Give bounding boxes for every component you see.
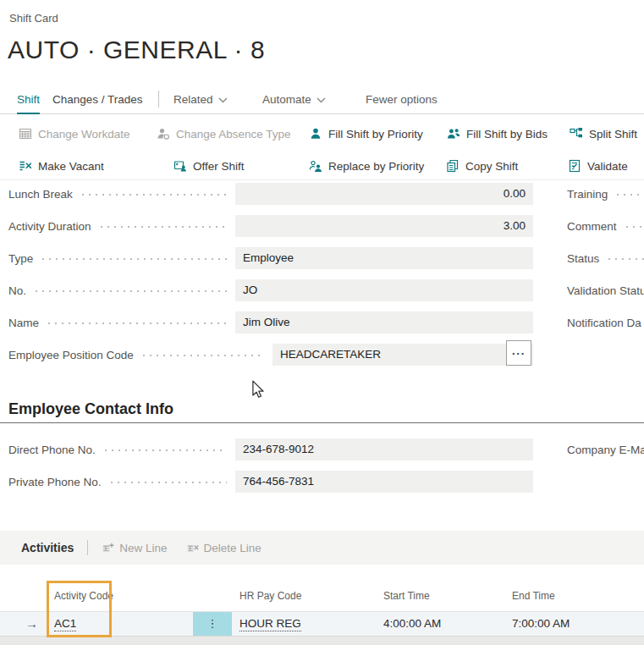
dotted-leader [80, 192, 227, 196]
people-icon [447, 127, 460, 141]
direct-phone-label: Direct Phone No. [8, 444, 96, 456]
field-row-direct-phone: Direct Phone No. 234-678-9012 [8, 438, 533, 460]
lunch-break-field[interactable]: 0.00 [235, 183, 533, 205]
split-shift-label: Split Shift [589, 128, 637, 141]
end-time-cell[interactable]: 7:00:00 AM [512, 612, 570, 636]
field-row-notification-date: Notification Da [567, 311, 644, 334]
delete-line-button[interactable]: Delete Line [186, 542, 261, 554]
tab-automate[interactable]: Automate [262, 91, 326, 113]
change-workdate-button[interactable]: Change Workdate [19, 124, 130, 144]
dotted-leader [33, 289, 227, 292]
field-row-activity-duration: Activity Duration 3.00 [8, 215, 533, 237]
column-header-activity-code[interactable]: Activity Code [54, 590, 113, 607]
field-row-name: Name Jim Olive [8, 311, 533, 334]
table-row[interactable]: → AC1 ⋮ HOUR REG 4:00:00 AM 7:00:00 AM [0, 611, 644, 637]
column-header-end-time[interactable]: End Time [512, 590, 555, 607]
activity-code-cell[interactable]: AC1 [54, 612, 76, 636]
dotted-leader [40, 256, 227, 260]
tab-changes-trades[interactable]: Changes / Trades [52, 91, 143, 113]
validate-icon [568, 159, 581, 173]
absence-person-icon [157, 127, 170, 141]
field-row-comment: Comment [567, 215, 644, 237]
offer-shift-button[interactable]: Offer Shift [173, 156, 245, 176]
name-field[interactable]: Jim Olive [235, 311, 533, 334]
field-row-type: Type Employee [8, 247, 533, 269]
activities-title: Activities [21, 541, 74, 554]
status-label: Status [567, 252, 599, 265]
chevron-down-icon [218, 93, 228, 106]
replace-by-priority-button[interactable]: Replace by Priority [309, 156, 424, 176]
activity-code-value[interactable]: AC1 [54, 617, 76, 631]
offer-shift-label: Offer Shift [193, 160, 245, 173]
dotted-leader [614, 192, 644, 196]
activities-header-bar: Activities New Line Delete Line [0, 531, 644, 565]
mouse-cursor [250, 380, 266, 401]
comment-label: Comment [567, 220, 617, 233]
new-line-button[interactable]: New Line [102, 542, 167, 554]
no-field[interactable]: JO [235, 279, 533, 301]
new-line-label: New Line [119, 542, 167, 554]
dotted-leader [108, 480, 227, 483]
person-icon [309, 127, 322, 141]
fill-shift-by-priority-button[interactable]: Fill Shift by Priority [309, 124, 423, 144]
new-line-icon [102, 542, 114, 554]
page-caption: Shift Card [9, 12, 58, 25]
activity-duration-label: Activity Duration [8, 220, 91, 233]
column-header-hr-pay-code[interactable]: HR Pay Code [239, 590, 301, 607]
field-row-private-phone: Private Phone No. 764-456-7831 [8, 471, 533, 493]
field-row-training: Training [567, 183, 644, 205]
tab-related[interactable]: Related [173, 91, 228, 113]
hr-pay-code-cell[interactable]: HOUR REG [239, 612, 301, 636]
field-row-company-email: Company E-Ma [567, 438, 644, 460]
tab-automate-label: Automate [262, 93, 311, 106]
delete-line-label: Delete Line [204, 542, 261, 554]
validate-label: Validate [587, 160, 628, 173]
tab-shift[interactable]: Shift [17, 91, 40, 114]
field-row-employee-position-code: Employee Position Code HEADCARETAKER [8, 344, 533, 366]
type-label: Type [8, 252, 33, 265]
change-absence-type-button[interactable]: Change Absence Type [157, 124, 291, 144]
calendar-icon [19, 127, 32, 141]
employee-position-code-label: Employee Position Code [8, 349, 134, 361]
direct-phone-field[interactable]: 234-678-9012 [235, 438, 533, 460]
offer-shift-icon [173, 159, 187, 173]
fill-shift-by-priority-label: Fill Shift by Priority [328, 128, 423, 141]
column-header-start-time[interactable]: Start Time [383, 590, 430, 607]
page-title: AUTO · GENERAL · 8 [8, 36, 265, 64]
field-row-lunch-break: Lunch Break 0.00 [8, 183, 533, 205]
employee-position-code-field[interactable]: HEADCARETAKER [272, 344, 533, 366]
copy-shift-button[interactable]: Copy Shift [446, 156, 518, 176]
tab-bar: Shift Changes / Trades Related Automate … [0, 86, 644, 114]
fill-shift-by-bids-button[interactable]: Fill Shift by Bids [447, 124, 548, 144]
fill-shift-by-bids-label: Fill Shift by Bids [466, 128, 548, 141]
dotted-leader [98, 224, 227, 228]
make-vacant-button[interactable]: Make Vacant [19, 156, 104, 176]
replace-people-icon [309, 159, 322, 173]
activity-duration-field[interactable]: 3.00 [235, 215, 533, 237]
delete-line-icon [186, 542, 199, 554]
tab-divider [158, 91, 159, 108]
notification-date-label: Notification Da [567, 317, 641, 329]
replace-by-priority-label: Replace by Priority [328, 160, 424, 173]
assist-edit-button[interactable]: ··· [506, 340, 531, 366]
dotted-leader [606, 256, 644, 260]
training-label: Training [567, 188, 608, 201]
hr-pay-code-value[interactable]: HOUR REG [239, 617, 301, 631]
company-email-label: Company E-Ma [567, 444, 644, 456]
split-shift-button[interactable]: Split Shift [570, 124, 637, 144]
row-options-cell[interactable]: ⋮ [193, 612, 232, 636]
private-phone-field[interactable]: 764-456-7831 [235, 471, 533, 493]
validate-button[interactable]: Validate [568, 156, 628, 176]
start-time-cell[interactable]: 4:00:00 AM [383, 612, 441, 636]
copy-icon [446, 159, 460, 173]
dotted-leader [140, 353, 264, 356]
employee-contact-info-heading: Employee Contact Info [8, 400, 173, 418]
lunch-break-label: Lunch Break [8, 188, 73, 201]
tab-fewer-options[interactable]: Fewer options [366, 91, 438, 113]
type-field[interactable]: Employee [235, 247, 533, 269]
bottom-scroll-strip[interactable] [0, 637, 644, 645]
active-row-arrow-icon: → [25, 612, 38, 636]
no-label: No. [8, 284, 26, 297]
activities-divider [87, 540, 88, 555]
copy-shift-label: Copy Shift [465, 160, 518, 173]
